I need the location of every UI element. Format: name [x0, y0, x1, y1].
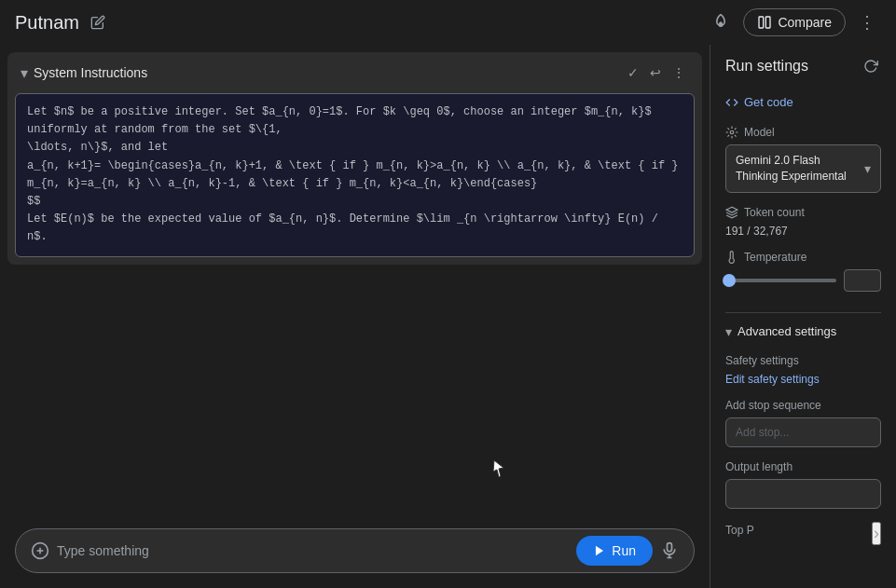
svg-rect-1: [766, 17, 771, 28]
stop-sequence-section: Add stop sequence: [725, 399, 881, 460]
slider-thumb[interactable]: [723, 274, 736, 287]
chat-input[interactable]: [57, 543, 569, 558]
compare-button[interactable]: Compare: [743, 8, 846, 36]
svg-rect-6: [668, 543, 672, 552]
system-instructions-title: System Instructions: [34, 65, 618, 80]
temperature-input[interactable]: 0: [844, 269, 881, 292]
token-count-value: 191 / 32,767: [725, 225, 881, 238]
system-instructions-header[interactable]: ▾ System Instructions ✓ ↩ ⋮: [7, 52, 702, 93]
model-selector[interactable]: Gemini 2.0 Flash Thinking Experimental ▾: [725, 144, 881, 193]
safety-settings-section: Safety settings Edit safety settings: [725, 354, 881, 399]
more-icon-button[interactable]: ⋮: [669, 62, 689, 84]
section-chevron-icon: ▾: [21, 64, 28, 82]
expand-panel-button[interactable]: ›: [872, 522, 881, 545]
advanced-settings-title: Advanced settings: [737, 324, 836, 338]
section-actions: ✓ ↩ ⋮: [624, 62, 689, 84]
svg-marker-5: [596, 546, 603, 556]
bottom-input-area: Run: [15, 528, 695, 573]
run-settings-title: Run settings: [725, 58, 808, 75]
temperature-label: Temperature: [725, 251, 881, 264]
advanced-settings-header[interactable]: ▾ Advanced settings: [725, 321, 881, 343]
svg-rect-0: [759, 17, 764, 28]
page-title: Putnam: [15, 12, 79, 34]
output-length-label: Output length: [725, 460, 881, 473]
header-actions: Compare ⋮: [706, 7, 881, 38]
divider: [725, 312, 881, 313]
stop-sequence-label: Add stop sequence: [725, 399, 881, 412]
left-panel: ▾ System Instructions ✓ ↩ ⋮ Let $n$ be a…: [0, 45, 710, 588]
token-count-label: Token count: [725, 206, 881, 219]
run-settings-header: Run settings: [725, 56, 881, 76]
advanced-chevron-icon: ▾: [725, 324, 732, 339]
model-name: Gemini 2.0 Flash Thinking Experimental: [736, 153, 859, 185]
cursor-indicator: [492, 458, 505, 482]
header: Putnam Compare ⋮: [0, 0, 896, 45]
stop-sequence-input[interactable]: [725, 417, 881, 447]
refresh-settings-button[interactable]: [861, 56, 881, 76]
output-length-input[interactable]: 8192: [725, 479, 881, 509]
check-icon-button[interactable]: ✓: [624, 62, 642, 84]
token-count-section: Token count 191 / 32,767: [725, 206, 881, 238]
svg-point-9: [730, 130, 734, 134]
top-p-label: Top P: [725, 524, 754, 537]
model-label: Model: [725, 126, 881, 139]
more-options-button[interactable]: ⋮: [853, 7, 881, 38]
temperature-slider[interactable]: [725, 271, 836, 290]
slider-track: [725, 279, 836, 282]
run-button[interactable]: Run: [576, 536, 653, 566]
instructions-content[interactable]: Let $n$ be a positive integer. Set $a_{n…: [15, 93, 695, 257]
add-content-button[interactable]: [31, 541, 49, 560]
main-layout: ▾ System Instructions ✓ ↩ ⋮ Let $n$ be a…: [0, 45, 896, 588]
edit-safety-settings-link[interactable]: Edit safety settings: [725, 373, 881, 386]
fire-icon-button[interactable]: [706, 7, 736, 37]
system-instructions-section: ▾ System Instructions ✓ ↩ ⋮ Let $n$ be a…: [7, 52, 702, 265]
top-p-section: Top P ›: [725, 522, 881, 545]
output-length-section: Output length 8192: [725, 460, 881, 522]
edit-title-button[interactable]: [85, 9, 111, 35]
run-settings-panel: Run settings Get code Model: [710, 45, 896, 588]
microphone-button[interactable]: [660, 541, 679, 560]
undo-icon-button[interactable]: ↩: [646, 62, 665, 84]
content-area: [7, 272, 702, 518]
safety-settings-label: Safety settings: [725, 354, 881, 367]
instructions-text: Let $n$ be a positive integer. Set $a_{n…: [27, 103, 682, 247]
temperature-controls: 0: [725, 269, 881, 292]
get-code-button[interactable]: Get code: [725, 91, 881, 113]
model-dropdown-chevron-icon: ▾: [864, 161, 871, 176]
temperature-section: Temperature 0: [725, 251, 881, 292]
